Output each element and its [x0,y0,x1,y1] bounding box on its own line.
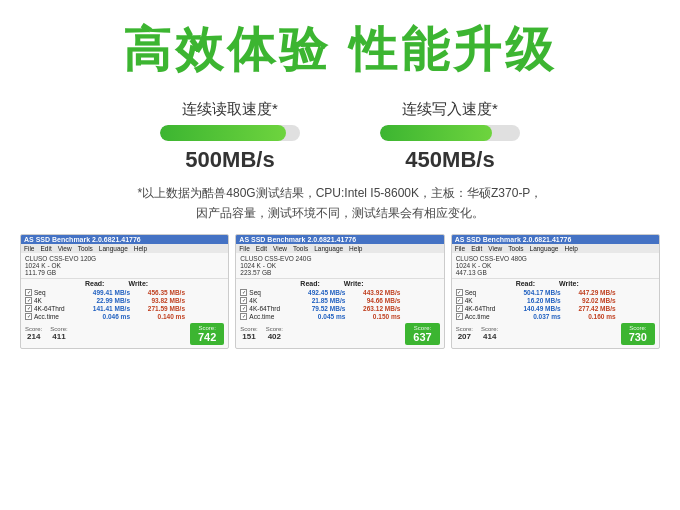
bench-row-read: 499.41 MB/s [75,289,130,296]
bench-checkbox[interactable]: ✓ [240,305,247,312]
main-container: 高效体验 性能升级 连续读取速度* 500MB/s 连续写入速度* 450MB/… [0,0,680,510]
benchmark-card-0: AS SSD Benchmark 2.0.6821.41776FileEditV… [20,234,229,349]
bench-row-write: 263.12 MB/s [345,305,400,312]
bench-rows-1: ✓ Seq 492.45 MB/s 443.92 MB/s ✓ 4K 21.85… [236,289,443,320]
bench-row: ✓ 4K-64Thrd 140.49 MB/s 277.42 MB/s [456,305,655,312]
bench-title-1: AS SSD Benchmark 2.0.6821.41776 [236,235,443,244]
bench-checkbox[interactable]: ✓ [25,289,32,296]
bench-score-section-2: Score: 207 Score: 414 Score: 730 [452,321,659,348]
bench-headers-1: Read:Write: [236,279,443,288]
bench-checkbox[interactable]: ✓ [25,297,32,304]
bench-row-label: ✓ 4K [240,297,290,304]
bench-row-read: 79.52 MB/s [290,305,345,312]
bench-row-name: 4K [34,297,42,304]
bench-checkbox[interactable]: ✓ [25,313,32,320]
score-col-write: Score: 414 [481,326,498,341]
bench-row-read: 0.046 ms [75,313,130,320]
bench-row-label: ✓ 4K-64Thrd [25,305,75,312]
score-total-box: Score: 637 [405,323,439,345]
bench-rows-0: ✓ Seq 499.41 MB/s 456.35 MB/s ✓ 4K 22.99… [21,289,228,320]
bench-checkbox[interactable]: ✓ [456,289,463,296]
bench-row-label: ✓ Seq [25,289,75,296]
bench-menu-item[interactable]: File [239,245,249,252]
write-label: 连续写入速度* [402,100,498,119]
read-speed-item: 连续读取速度* 500MB/s [160,100,300,173]
read-bar-container [160,125,300,141]
score-val-read: 151 [240,332,257,341]
bench-row-write: 0.140 ms [130,313,185,320]
speed-section: 连续读取速度* 500MB/s 连续写入速度* 450MB/s [160,100,520,173]
score-val-write: 414 [481,332,498,341]
score-col-write: Score: 402 [266,326,283,341]
bench-menu-item[interactable]: Edit [40,245,51,252]
bench-menu-item[interactable]: View [273,245,287,252]
bench-row: ✓ Acc.time 0.045 ms 0.150 ms [240,313,439,320]
score-total-label: Score: [413,325,431,331]
bench-menu-item[interactable]: File [455,245,465,252]
bench-row-label: ✓ 4K-64Thrd [240,305,290,312]
bench-row-write: 456.35 MB/s [130,289,185,296]
note-text: *以上数据为酷兽480G测试结果，CPU:Intel I5-8600K，主板：华… [128,183,553,224]
headline: 高效体验 性能升级 [123,18,556,82]
bench-menu-item[interactable]: Language [530,245,559,252]
bench-row-label: ✓ Acc.time [25,313,75,320]
bench-menu-1: FileEditViewToolsLanguageHelp [236,244,443,253]
bench-row-name: 4K [249,297,257,304]
bench-menu-item[interactable]: Language [314,245,343,252]
benchmark-card-1: AS SSD Benchmark 2.0.6821.41776FileEditV… [235,234,444,349]
bench-menu-item[interactable]: Edit [256,245,267,252]
bench-row-label: ✓ Acc.time [240,313,290,320]
score-col-read: Score: 207 [456,326,473,341]
bench-menu-item[interactable]: Help [349,245,362,252]
write-speed-item: 连续写入速度* 450MB/s [380,100,520,173]
bench-checkbox[interactable]: ✓ [25,305,32,312]
bench-drive-info-2: CLUSO CSS-EVO 480G1024 K - OK447.13 GB [452,253,659,279]
bench-score-section-0: Score: 214 Score: 411 Score: 742 [21,321,228,348]
bench-row-read: 21.85 MB/s [290,297,345,304]
bench-checkbox[interactable]: ✓ [240,297,247,304]
bench-row-write: 0.150 ms [345,313,400,320]
read-header: Read: [516,280,535,287]
bench-drive-info-0: CLUSO CSS-EVO 120G1024 K - OK111.79 GB [21,253,228,279]
benchmarks-row: AS SSD Benchmark 2.0.6821.41776FileEditV… [20,234,660,349]
write-header: Write: [128,280,148,287]
score-val-read: 214 [25,332,42,341]
bench-checkbox[interactable]: ✓ [240,313,247,320]
bench-title-2: AS SSD Benchmark 2.0.6821.41776 [452,235,659,244]
bench-menu-item[interactable]: Language [99,245,128,252]
bench-row-name: Seq [34,289,46,296]
bench-menu-item[interactable]: View [58,245,72,252]
benchmark-card-2: AS SSD Benchmark 2.0.6821.41776FileEditV… [451,234,660,349]
bench-checkbox[interactable]: ✓ [456,313,463,320]
score-total-val: 742 [198,331,216,343]
bench-menu-item[interactable]: Tools [78,245,93,252]
bench-row-label: ✓ Seq [240,289,290,296]
bench-menu-item[interactable]: Help [564,245,577,252]
read-label: 连续读取速度* [182,100,278,119]
bench-score-left: Score: 214 Score: 411 [25,326,68,341]
write-bar [380,125,492,141]
write-bar-container [380,125,520,141]
bench-menu-item[interactable]: Tools [508,245,523,252]
bench-row-write: 94.66 MB/s [345,297,400,304]
bench-row-name: 4K-64Thrd [249,305,280,312]
bench-menu-item[interactable]: View [488,245,502,252]
bench-menu-0: FileEditViewToolsLanguageHelp [21,244,228,253]
score-col-read: Score: 151 [240,326,257,341]
read-bar [160,125,286,141]
bench-row-write: 0.160 ms [561,313,616,320]
bench-headers-0: Read:Write: [21,279,228,288]
bench-row: ✓ 4K-64Thrd 141.41 MB/s 271.59 MB/s [25,305,224,312]
bench-menu-item[interactable]: Help [134,245,147,252]
score-total-val: 730 [629,331,647,343]
bench-checkbox[interactable]: ✓ [456,297,463,304]
bench-checkbox[interactable]: ✓ [240,289,247,296]
bench-row-label: ✓ Seq [456,289,506,296]
bench-score-left: Score: 207 Score: 414 [456,326,499,341]
bench-title-0: AS SSD Benchmark 2.0.6821.41776 [21,235,228,244]
bench-menu-item[interactable]: File [24,245,34,252]
bench-menu-item[interactable]: Edit [471,245,482,252]
bench-menu-item[interactable]: Tools [293,245,308,252]
bench-score-left: Score: 151 Score: 402 [240,326,283,341]
bench-checkbox[interactable]: ✓ [456,305,463,312]
